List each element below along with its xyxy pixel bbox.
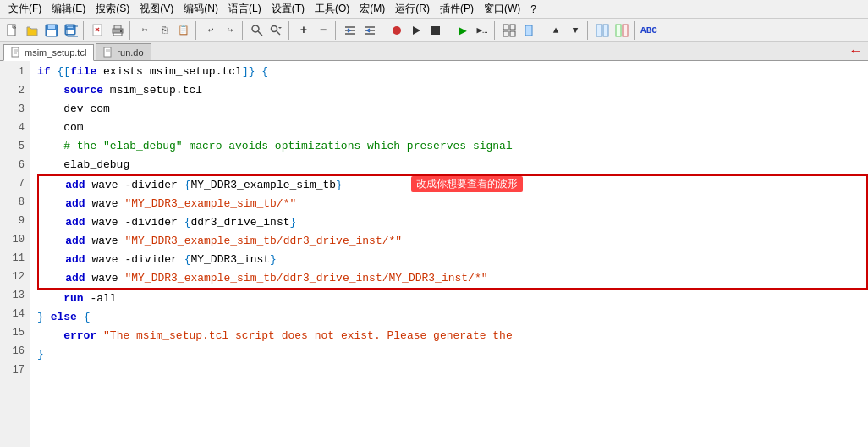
code-line-13: run -all [30,290,868,308]
open-button[interactable] [23,21,41,40]
view-files-button[interactable] [593,21,612,40]
svg-rect-30 [510,25,515,30]
svg-rect-35 [603,25,608,36]
toolbar-sep-6 [335,21,338,40]
menu-settings[interactable]: 设置(T) [266,0,310,18]
run-param-button[interactable]: ▶… [473,21,492,40]
code-line-8: add wave "MY_DDR3_example_sim_tb/*" [39,195,866,213]
line-num-14: 14 [0,305,30,323]
svg-rect-36 [616,25,621,36]
code-line-2: source msim_setup.tcl [30,81,868,100]
svg-line-19 [277,31,280,35]
svg-rect-4 [47,30,56,36]
print-button[interactable] [108,21,127,40]
line-num-17: 17 [0,361,30,379]
code-line-1: if {[file exists msim_setup.tcl]} { [30,63,868,81]
svg-rect-31 [503,31,508,36]
menu-view[interactable]: 视图(V) [135,0,179,18]
paste-button[interactable]: 📋 [174,21,193,40]
line-num-5: 5 [0,137,30,156]
view-diff-button[interactable] [613,21,631,40]
code-line-10: add wave "MY_DDR3_example_sim_tb/ddr3_dr… [39,232,866,251]
code-line-9: add wave -divider {ddr3_drive_inst} [39,213,866,232]
unindent-button[interactable] [360,21,379,40]
tab-bar: msim_setup.tcl run.do ← [0,42,868,61]
cut-button[interactable]: ✂ [135,21,154,40]
line-num-16: 16 [0,342,30,361]
line-num-2: 2 [0,81,30,100]
toolbar-sep-4 [242,21,245,40]
code-line-5: # the "elab_debug" macro avoids optimiza… [30,137,868,156]
menu-plugins[interactable]: 插件(P) [435,0,479,18]
menu-run[interactable]: 运行(R) [390,0,435,18]
svg-rect-32 [510,31,515,36]
tab-run-label: run.do [117,47,143,58]
sort-asc-button[interactable]: ▲ [547,21,565,40]
svg-rect-29 [503,25,508,30]
close-button[interactable] [89,21,107,40]
menu-encode[interactable]: 编码(N) [179,0,223,18]
sort-desc-button[interactable]: ▼ [566,21,585,40]
zoom-in-button[interactable]: + [294,21,313,40]
menu-window[interactable]: 窗口(W) [479,0,525,18]
toolbar-sep-7 [382,21,385,40]
svg-point-26 [393,26,401,35]
svg-rect-33 [525,25,532,36]
line-num-6: 6 [0,156,30,174]
macro-stop-button[interactable] [426,21,445,40]
macro-record-button[interactable] [387,21,406,40]
undo-button[interactable]: ↩ [201,21,220,40]
menu-edit[interactable]: 编辑(E) [47,0,91,18]
code-line-12: add wave "MY_DDR3_example_sim_tb/ddr3_dr… [39,269,866,288]
toolbar-sep-5 [288,21,292,40]
toolbar-sep-1 [83,21,86,40]
line-num-12: 12 [0,268,30,286]
menu-search[interactable]: 搜索(S) [91,0,135,18]
annotation-label: 改成你想要查看的波形 [411,176,523,192]
code-line-16: } [30,345,868,364]
abc-button[interactable]: ABC [640,21,658,40]
code-line-4: com [30,119,868,137]
tab-msim-setup[interactable]: msim_setup.tcl [3,44,94,61]
toolbar-sep-3 [195,21,199,40]
tab-msim-label: msim_setup.tcl [25,47,86,58]
copy-button[interactable]: ⎘ [155,21,173,40]
run-button[interactable]: ▶ [453,21,472,40]
svg-rect-37 [623,25,628,36]
tab-arrow-indicator: ← [851,44,860,59]
line-num-8: 8 [0,193,30,212]
macro-play-button[interactable] [407,21,426,40]
line-num-7: 7 [0,174,30,193]
toolbar-sep-2 [129,21,133,40]
menu-file[interactable]: 文件(F) [3,0,47,18]
code-line-11: add wave -divider {MY_DDR3_inst} [39,251,866,269]
line-num-3: 3 [0,100,30,119]
line-num-1: 1 [0,63,30,81]
new-button[interactable] [3,21,22,40]
find-button[interactable] [248,21,266,40]
svg-point-16 [252,25,259,32]
grid-button[interactable] [500,21,519,40]
column-select-button[interactable] [519,21,538,40]
svg-point-15 [120,30,122,32]
indent-button[interactable] [341,21,360,40]
replace-button[interactable] [267,21,286,40]
menu-help[interactable]: ? [525,2,541,17]
code-line-17 [30,364,868,383]
toolbar-sep-9 [494,21,497,40]
menu-tools[interactable]: 工具(O) [310,0,354,18]
save-all-button[interactable] [62,21,80,40]
line-num-13: 13 [0,286,30,305]
code-line-15: error "The msim_setup.tcl script does no… [30,327,868,345]
code-area[interactable]: if {[file exists msim_setup.tcl]} { sour… [30,61,868,447]
toolbar-sep-11 [587,21,591,40]
tcl-file-icon [11,47,21,58]
menu-macro[interactable]: 宏(M) [354,0,390,18]
svg-rect-28 [431,26,440,35]
redo-button[interactable]: ↪ [221,21,239,40]
menu-language[interactable]: 语言(L) [223,0,266,18]
svg-rect-3 [48,25,55,29]
zoom-out-button[interactable]: − [314,21,332,40]
tab-run-do[interactable]: run.do [96,43,151,60]
save-button[interactable] [42,21,61,40]
